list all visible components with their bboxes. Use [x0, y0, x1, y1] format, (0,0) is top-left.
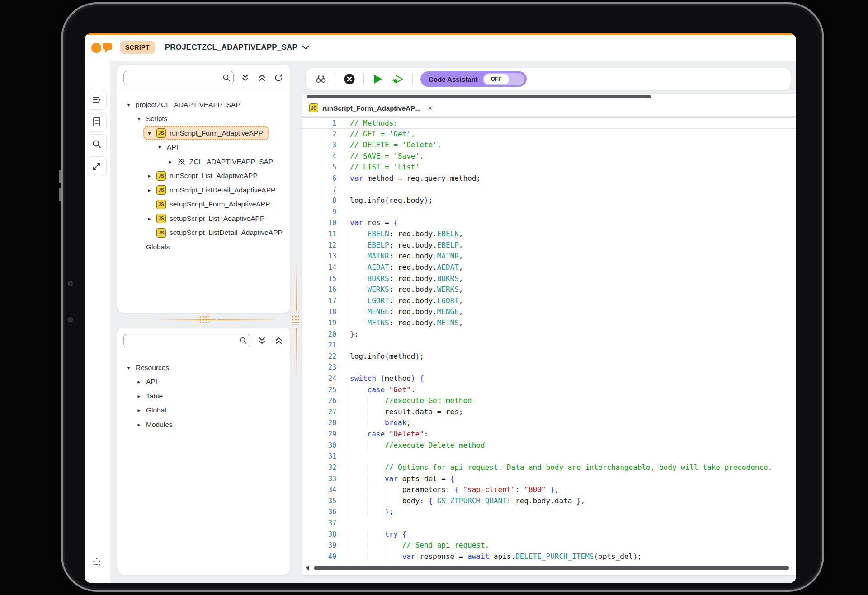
code-line-40[interactable]: 40 var response = await apis.DELETE_PURC…	[302, 551, 796, 562]
code-line-11[interactable]: 11 EBELN: req.body.EBELN,	[302, 229, 796, 240]
code-line-4[interactable]: 4// SAVE = 'Save',	[302, 151, 796, 162]
code-line-15[interactable]: 15 BUKRS: req.body.BUKRS,	[302, 273, 796, 285]
code-line-34[interactable]: 34 parameters: { "sap-client": "800" },	[302, 484, 796, 496]
code-line-27[interactable]: 27 result.data = res;	[302, 407, 796, 418]
code-line-26[interactable]: 26 //execute Get method	[302, 395, 796, 407]
code-line-38[interactable]: 38 try {	[302, 529, 796, 540]
chevron-down-icon[interactable]	[302, 45, 309, 50]
resources-item-Modules[interactable]: ▸Modules	[123, 417, 287, 432]
scroll-left-arrow-icon[interactable]	[306, 565, 309, 571]
explorer-item-Scripts[interactable]: ▾Scripts	[123, 112, 287, 126]
explorer-item-setupScript_Form_AdaptiveAPP[interactable]: JSsetupScript_Form_AdaptiveAPP	[123, 197, 287, 212]
code-line-16[interactable]: 16 WERKS: req.body.WERKS,	[302, 284, 796, 295]
resources-item-Table[interactable]: ▸Table	[123, 389, 287, 403]
code-line-30[interactable]: 30 //execute Delete method	[302, 440, 796, 451]
code-line-36[interactable]: 36 };	[302, 506, 796, 518]
code-area[interactable]: 1// Methods:2// GET = 'Get',3// DELETE =…	[302, 117, 796, 563]
code-line-18[interactable]: 18 MENGE: req.body.MENGE,	[302, 306, 796, 318]
caret-right-icon[interactable]: ▸	[136, 393, 142, 399]
horizontal-splitter-grip[interactable]	[198, 316, 209, 323]
code-line-3[interactable]: 3// DELETE = 'Delete',	[302, 140, 796, 151]
explorer-item-projectZCL_ADAPTIVEAPP_SAP[interactable]: ▾projectZCL_ADAPTIVEAPP_SAP	[123, 98, 287, 112]
expand-icon[interactable]	[87, 156, 107, 176]
code-line-39[interactable]: 39 // Send api request.	[302, 540, 796, 551]
code-line-1[interactable]: 1// Methods:	[302, 117, 796, 129]
tree-item-label: Scripts	[146, 115, 167, 123]
code-line-29[interactable]: 29 case "Delete":	[302, 429, 796, 440]
code-line-22[interactable]: 22log.info(method);	[302, 351, 796, 362]
expand-all-icon[interactable]	[240, 72, 250, 83]
code-line-25[interactable]: 25 case "Get":	[302, 384, 796, 396]
run-icon[interactable]	[372, 73, 384, 85]
code-line-10[interactable]: 10var res = {	[302, 217, 796, 229]
code-line-32[interactable]: 32 // Options for api request. Data and …	[302, 462, 796, 473]
expand-all-icon[interactable]	[256, 335, 267, 346]
code-line-19[interactable]: 19 MEINS: req.body.MEINS,	[302, 318, 796, 329]
resources-item-API[interactable]: ▸API	[123, 375, 287, 389]
resources-search-input[interactable]	[123, 334, 250, 347]
explorer-search-input[interactable]	[123, 71, 234, 84]
code-line-21[interactable]: 21	[302, 340, 796, 351]
code-line-7[interactable]: 7	[302, 184, 796, 196]
document-icon[interactable]	[87, 112, 107, 132]
search-icon[interactable]	[87, 134, 107, 154]
code-line-13[interactable]: 13 MATNR: req.body.MATNR,	[302, 251, 796, 262]
caret-down-icon[interactable]: ▾	[125, 102, 132, 108]
caret-right-icon[interactable]: ▸	[146, 187, 153, 193]
stop-icon[interactable]	[343, 73, 356, 85]
script-outline-icon[interactable]	[87, 90, 107, 110]
code-line-33[interactable]: 33 var opts_del = {	[302, 473, 796, 485]
code-line-2[interactable]: 2// GET = 'Get',	[302, 129, 796, 140]
caret-right-icon[interactable]: ▸	[146, 216, 153, 222]
explorer-item-API[interactable]: ▾API	[123, 141, 287, 155]
caret-down-icon[interactable]: ▾	[156, 144, 163, 150]
caret-right-icon[interactable]: ▸	[167, 159, 174, 165]
code-line-17[interactable]: 17 LGORT: req.body.LGORT,	[302, 295, 796, 307]
code-line-14[interactable]: 14 AEDAT: req.body.AEDAT,	[302, 262, 796, 273]
scrollbar-thumb[interactable]	[314, 566, 789, 570]
explorer-item-runScript_ListDetail_AdaptiveAPP[interactable]: ▸JSrunScript_ListDetail_AdaptiveAPP	[123, 183, 287, 197]
caret-right-icon[interactable]: ▸	[136, 379, 142, 385]
caret-down-icon[interactable]: ▾	[136, 116, 142, 122]
code-line-24[interactable]: 24switch (method) {	[302, 373, 796, 384]
caret-right-icon[interactable]: ▸	[146, 173, 153, 179]
caret-down-icon[interactable]: ▾	[125, 365, 132, 371]
scrollbar-thumb[interactable]	[307, 95, 651, 98]
caret-down-icon[interactable]: ▾	[146, 130, 153, 136]
explorer-item-Globals[interactable]: Globals	[123, 240, 287, 254]
collapse-all-icon[interactable]	[256, 72, 267, 83]
explorer-item-ZCL_ADAPTIVEAPP_SAP[interactable]: ▸ZCL_ADAPTIVEAPP_SAP	[123, 155, 287, 169]
vertical-splitter-grip[interactable]	[292, 314, 299, 325]
code-line-31[interactable]: 31	[302, 451, 796, 462]
code-line-5[interactable]: 5// LIST = 'List'	[302, 162, 796, 173]
caret-right-icon[interactable]: ▸	[136, 422, 142, 428]
debug-run-icon[interactable]	[392, 73, 405, 85]
tab-close-icon[interactable]: ✕	[428, 105, 433, 112]
resources-panel: ▾Resources▸API▸Table▸Global▸Modules	[117, 328, 290, 575]
search-input[interactable]	[123, 334, 250, 347]
search-input[interactable]	[123, 71, 234, 84]
resources-item-Global[interactable]: ▸Global	[123, 403, 287, 418]
editor-tab[interactable]: JS runScript_Form_AdaptiveAP... ✕	[302, 100, 440, 116]
keyboard-shortcuts-icon[interactable]	[87, 552, 107, 572]
line-number: 2	[302, 129, 336, 140]
find-icon[interactable]	[315, 73, 327, 85]
code-line-20[interactable]: 20};	[302, 329, 796, 340]
code-line-6[interactable]: 6var method = req.query.method;	[302, 173, 796, 184]
code-line-12[interactable]: 12 EBELP: req.body.EBELP,	[302, 240, 796, 251]
code-assistant-toggle[interactable]: OFF	[483, 73, 524, 85]
code-line-35[interactable]: 35 body: { GS_ZTPURCH_QUANT: req.body.da…	[302, 496, 796, 507]
resources-item-Resources[interactable]: ▾Resources	[123, 361, 287, 375]
explorer-item-setupScript_List_AdaptiveAPP[interactable]: ▸JSsetupScript_List_AdaptiveAPP	[123, 211, 287, 226]
explorer-item-runScript_Form_AdaptiveAPP[interactable]: ▾JSrunScript_Form_AdaptiveAPP	[123, 126, 287, 141]
code-line-37[interactable]: 37	[302, 518, 796, 529]
collapse-all-icon[interactable]	[273, 335, 284, 346]
caret-right-icon[interactable]: ▸	[136, 407, 142, 413]
explorer-item-setupScript_ListDetail_AdaptiveAPP[interactable]: JSsetupScript_ListDetail_AdaptiveAPP	[123, 226, 287, 240]
code-line-9[interactable]: 9	[302, 206, 796, 218]
explorer-item-runScript_List_AdaptiveAPP[interactable]: ▸JSrunScript_List_AdaptiveAPP	[123, 169, 287, 183]
code-line-23[interactable]: 23	[302, 362, 796, 373]
code-line-8[interactable]: 8log.info(req.body);	[302, 195, 796, 206]
refresh-icon[interactable]	[273, 72, 284, 83]
code-line-28[interactable]: 28 break;	[302, 417, 796, 429]
